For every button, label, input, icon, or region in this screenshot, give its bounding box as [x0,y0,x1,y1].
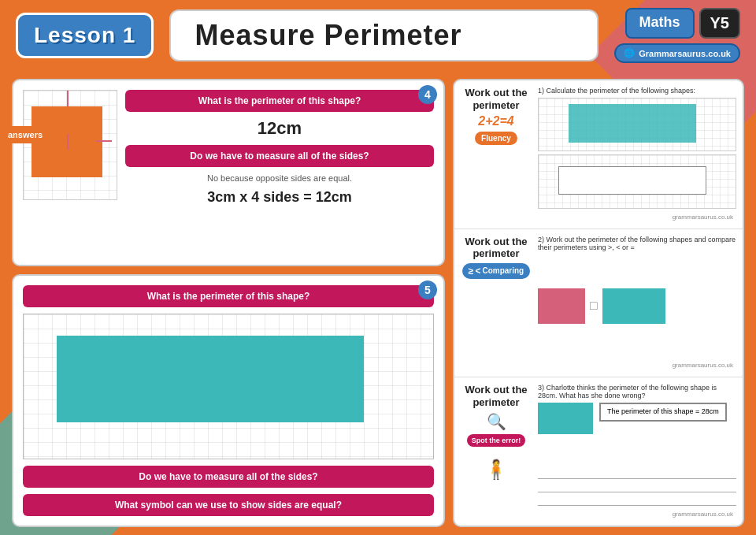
ws-line-2 [538,481,736,492]
ws-teal-shape-med [602,288,665,324]
ws-grid-area-1 [538,98,736,209]
ws-grammarsaurus-3: grammarsaurus.co.uk [538,509,736,519]
ws-teal-shape-1a [569,104,697,143]
maths-year-row: Maths Y5 [625,8,740,39]
slide-5-question2: Do we have to measure all of the sides? [23,466,434,488]
comparing-label: Comparing [482,266,524,275]
ws-white-shape-1b [558,166,706,195]
ws-section-2-instruction: 2) Work out the perimeter of the followi… [538,236,736,251]
ws-section-2-left: Work out the perimeter ≥ < Comparing [461,236,532,371]
ws-section-3-title: Work out the perimeter [461,384,532,408]
slide-4-grid-area [23,90,117,255]
slide-4-content: What is the perimeter of this shape? 12c… [125,90,434,255]
slide-4-explanation: No because opposite sides are equal. [207,173,352,183]
maths-badge: Maths [625,8,695,39]
ws-section-1: Work out the perimeter 2+2=4 Fluency 1) … [454,80,743,229]
ws-shapes-row-2: □ [538,254,736,358]
teal-rectangle-large [57,336,364,422]
slides-area: 4 What is the perimeter of this shape? 1… [12,79,445,527]
ws-spot-teal-rect [538,403,593,434]
main-content: 4 What is the perimeter of this shape? 1… [0,71,756,535]
grammarsaurus-label: Grammarsaurus.co.uk [639,49,731,58]
compare-lt: < [475,266,480,277]
slide-4-question1: What is the perimeter of this shape? [125,90,434,112]
grid-container [23,90,117,200]
ws-grammarsaurus-1: grammarsaurus.co.uk [538,212,736,222]
slide-5-grid [23,314,434,459]
tick-v-2 [67,91,69,106]
fluency-badge: Fluency [475,132,517,145]
ws-grammarsaurus-2: grammarsaurus.co.uk [538,360,736,370]
lesson-badge: Lesson 1 [16,13,154,58]
ws-section-3-left: Work out the perimeter 🔍 Spot the error!… [461,384,532,519]
ws-lines-area [538,456,736,506]
ws-shape-1b [538,154,736,208]
ws-section-2-right: 2) Work out the perimeter of the followi… [538,236,736,371]
fluency-label: Fluency [481,134,511,143]
grammarsaurus-icon: 🌐 [624,48,635,58]
ws-section-3-instruction: 3) Charlotte thinks the perimeter of the… [538,384,736,399]
ws-section-2: Work out the perimeter ≥ < Comparing 2) … [454,229,743,378]
slide-4: 4 What is the perimeter of this shape? 1… [12,79,445,266]
ws-pink-shape [538,288,585,324]
slide-4-number: 4 [418,85,437,104]
slide-4-equation: 3cm x 4 sides = 12cm [207,189,352,206]
header: Lesson 1 Measure Perimeter Maths Y5 🌐 Gr… [0,0,756,71]
ws-line-3 [538,495,736,506]
comparing-badge: ≥ < Comparing [462,263,530,279]
slide-5-number: 5 [418,281,437,299]
ws-section-1-title: Work out the perimeter [461,87,532,111]
slide-5: 5 What is the perimeter of this shape? D… [12,274,445,527]
ws-compare-symbol: □ [590,299,598,313]
title-box: Measure Perimeter [169,9,598,61]
page-title: Measure Perimeter [195,19,573,52]
person-figure: 🧍 [485,450,507,489]
ws-shape-1a [538,98,736,151]
worksheet-area: Work out the perimeter 2+2=4 Fluency 1) … [453,79,744,527]
fluency-icon: 2+2=4 [478,114,513,128]
slide-5-question1: What is the perimeter of this shape? [23,285,434,307]
ws-section-3: Work out the perimeter 🔍 Spot the error!… [454,377,743,526]
ws-line-1 [538,468,736,479]
top-right-area: Maths Y5 🌐 Grammarsaurus.co.uk [614,8,740,63]
ws-shapes-row-3: The perimeter of this shape = 28cm [538,403,736,452]
magnify-icon: 🔍 [487,412,506,431]
spot-error-badge: Spot the error! [467,434,526,447]
ws-spot-box: The perimeter of this shape = 28cm [599,403,727,422]
year-badge: Y5 [699,8,740,39]
ws-section-1-instruction: 1) Calculate the perimeter of the follow… [538,87,736,95]
slide-4-answer: 12cm [258,118,302,139]
tick-h-2 [96,140,112,142]
grammarsaurus-badge[interactable]: 🌐 Grammarsaurus.co.uk [614,43,740,63]
tick-v-1 [67,134,69,150]
ws-section-1-left: Work out the perimeter 2+2=4 Fluency [461,87,532,222]
compare-gt: ≥ [469,266,474,277]
slide-5-question3: What symbol can we use to show sides are… [23,494,434,516]
ws-section-3-right: 3) Charlotte thinks the perimeter of the… [538,384,736,519]
ws-section-2-title: Work out the perimeter [461,236,532,260]
slide-4-question2: Do we have to measure all of the sides? [125,145,434,167]
answers-button[interactable]: answers [0,126,50,143]
ws-section-1-right: 1) Calculate the perimeter of the follow… [538,87,736,222]
